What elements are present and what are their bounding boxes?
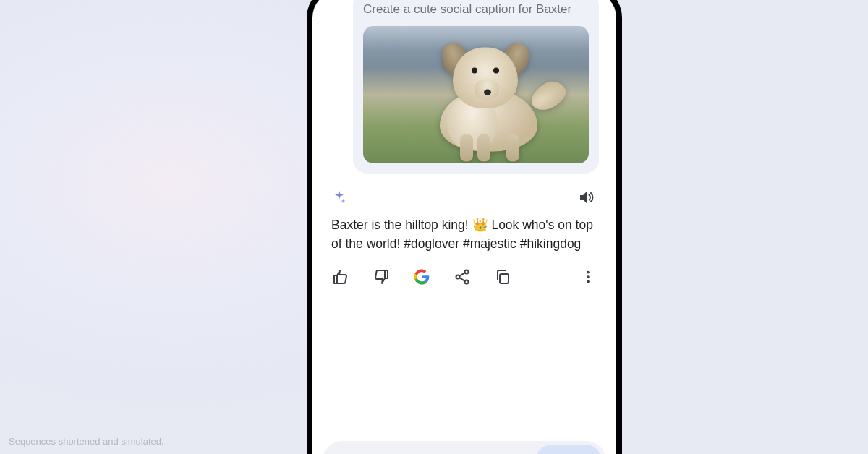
share-icon (454, 268, 471, 286)
svg-rect-6 (500, 274, 509, 283)
thumbs-up-icon (332, 268, 349, 286)
thumbs-down-button[interactable] (372, 267, 391, 286)
svg-line-4 (459, 273, 465, 276)
crown-emoji: 👑 (472, 218, 488, 232)
thumbs-down-icon (373, 268, 390, 286)
sparkle-icon (331, 189, 347, 205)
svg-line-5 (459, 278, 465, 281)
phone-screen: Create a cute social caption for Baxter (312, 0, 616, 454)
user-message-card: Create a cute social caption for Baxter (353, 0, 599, 174)
response-actions (312, 253, 616, 286)
more-options-button[interactable] (579, 267, 597, 286)
more-vert-icon (580, 269, 596, 285)
composer-area: Type, talk, or share a photo (312, 441, 616, 454)
svg-point-8 (587, 275, 590, 278)
google-logo-icon (414, 269, 430, 285)
user-prompt-text: Create a cute social caption for Baxter (363, 0, 589, 19)
phone-frame: Create a cute social caption for Baxter (307, 0, 622, 454)
attached-photo[interactable] (363, 26, 589, 163)
thumbs-up-button[interactable] (331, 267, 350, 286)
share-button[interactable] (453, 267, 472, 286)
svg-point-9 (587, 280, 590, 283)
speaker-icon (578, 189, 595, 206)
copy-button[interactable] (493, 267, 512, 286)
dog-illustration (396, 33, 556, 161)
disclaimer-text: Sequences shortened and simulated. (9, 436, 164, 447)
assistant-response-text: Baxter is the hilltop king! 👑 Look who's… (331, 215, 597, 254)
promo-background: Sequences shortened and simulated. Creat… (0, 0, 868, 454)
copy-icon (494, 268, 511, 286)
response-part-1: Baxter is the hilltop king! (331, 218, 472, 232)
read-aloud-button[interactable] (576, 187, 597, 208)
assistant-response: Baxter is the hilltop king! 👑 Look who's… (312, 174, 616, 254)
svg-point-7 (587, 271, 590, 274)
composer[interactable]: Type, talk, or share a photo (323, 441, 606, 454)
google-search-button[interactable] (412, 267, 431, 286)
svg-marker-0 (580, 192, 587, 203)
voice-camera-group (535, 445, 602, 454)
